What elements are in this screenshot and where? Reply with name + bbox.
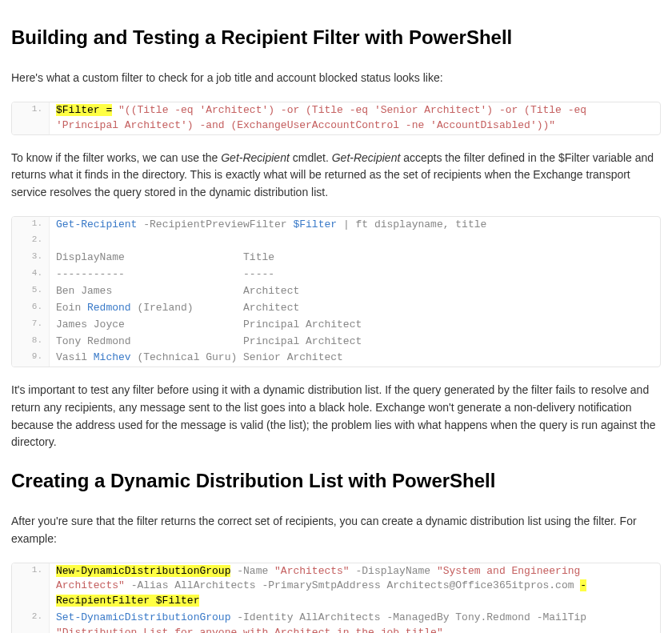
heading-building-testing: Building and Testing a Recipient Filter … [11, 22, 661, 52]
code-line: ----------- ----- [50, 266, 661, 283]
code-block-new-ddg: 1. New-DynamicDistributionGroup -Name "A… [11, 563, 661, 633]
code-line: Get-Recipient -RecipientPreviewFilter $F… [50, 217, 661, 234]
code-line: $Filter = "((Title -eq 'Architect') -or … [50, 102, 661, 134]
code-line: Tony Redmond Principal Architect [50, 334, 661, 351]
paragraph-test-filter: It's important to test any filter before… [11, 382, 661, 451]
line-number: 8. [12, 334, 50, 351]
line-number: 5. [12, 283, 50, 300]
paragraph-get-recipient: To know if the filter works, we can use … [11, 150, 661, 202]
code-line: DisplayName Title [50, 250, 661, 266]
code-line: Ben James Architect [50, 283, 661, 300]
code-line [50, 233, 661, 250]
heading-creating-ddl: Creating a Dynamic Distribution List wit… [11, 466, 661, 495]
line-number: 9. [12, 350, 50, 367]
code-line: New-DynamicDistributionGroup -Name "Arch… [50, 563, 661, 611]
line-number: 1. [12, 217, 50, 234]
line-number: 1. [12, 102, 50, 134]
code-block-filter: 1. $Filter = "((Title -eq 'Architect') -… [11, 102, 661, 135]
paragraph-create-ddl: After you're sure that the filter return… [11, 513, 661, 547]
code-block-get-recipient: 1. Get-Recipient -RecipientPreviewFilter… [11, 216, 661, 368]
line-number: 6. [12, 300, 50, 317]
line-number: 7. [12, 317, 50, 334]
code-line: Set-DynamicDistributionGroup -Identity A… [50, 610, 661, 633]
line-number: 2. [12, 233, 50, 250]
line-number: 4. [12, 266, 50, 283]
code-line: Vasil Michev (Technical Guru) Senior Arc… [50, 350, 661, 367]
code-line: James Joyce Principal Architect [50, 317, 661, 334]
line-number: 2. [12, 610, 50, 633]
intro-paragraph-1: Here's what a custom filter to check for… [11, 70, 661, 87]
line-number: 1. [12, 563, 50, 611]
line-number: 3. [12, 250, 50, 266]
code-line: Eoin Redmond (Ireland) Architect [50, 300, 661, 317]
